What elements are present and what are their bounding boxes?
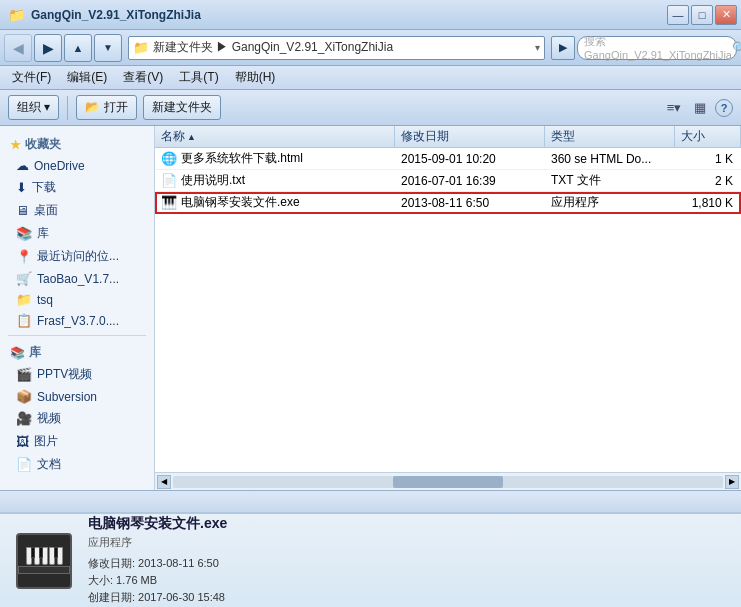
preview-modify-date: 修改日期: 2013-08-11 6:50 — [88, 556, 725, 571]
scroll-right-button[interactable]: ▶ — [725, 475, 739, 489]
col-header-name[interactable]: 名称 ▲ — [155, 126, 395, 147]
video-icon: 🎥 — [16, 411, 32, 426]
sidebar-item-desktop[interactable]: 🖥 桌面 — [0, 199, 154, 222]
toolbar: 组织 ▾ 📂 打开 新建文件夹 ≡▾ ▦ ? — [0, 90, 741, 126]
menu-tools[interactable]: 工具(T) — [171, 67, 226, 88]
col-header-date[interactable]: 修改日期 — [395, 126, 545, 147]
file-list: 名称 ▲ 修改日期 类型 大小 🌐 更多系 — [155, 126, 741, 490]
nav-bar: ◀ ▶ ▲ ▼ 📁 新建文件夹 ▶ GangQin_V2.91_XiTongZh… — [0, 30, 741, 66]
file-name-cell: 🌐 更多系统软件下载.html — [155, 148, 395, 169]
preview-panel: 电脑钢琴安装文件.exe 应用程序 修改日期: 2013-08-11 6:50 … — [0, 512, 741, 607]
sidebar-item-pptv[interactable]: 🎬 PPTV视频 — [0, 363, 154, 386]
sidebar-item-downloads[interactable]: ⬇ 下载 — [0, 176, 154, 199]
sidebar-item-subversion[interactable]: 📦 Subversion — [0, 386, 154, 407]
sidebar-item-pictures[interactable]: 🖼 图片 — [0, 430, 154, 453]
toolbar-right: ≡▾ ▦ ? — [663, 97, 733, 119]
preview-filename: 电脑钢琴安装文件.exe — [88, 515, 725, 533]
address-path: 新建文件夹 ▶ GangQin_V2.91_XiTongZhiJia — [153, 39, 533, 56]
col-header-size[interactable]: 大小 — [675, 126, 741, 147]
close-button[interactable]: ✕ — [715, 5, 737, 25]
html-file-icon: 🌐 — [161, 151, 177, 166]
menu-view[interactable]: 查看(V) — [115, 67, 171, 88]
preview-pane-button[interactable]: ▦ — [689, 97, 711, 119]
minimize-button[interactable]: — — [667, 5, 689, 25]
sidebar-divider — [8, 335, 146, 336]
maximize-button[interactable]: □ — [691, 5, 713, 25]
table-row[interactable]: 📄 使用说明.txt 2016-07-01 16:39 TXT 文件 2 K — [155, 170, 741, 192]
open-button[interactable]: 📂 打开 — [76, 95, 136, 120]
sidebar-item-tsq[interactable]: 📁 tsq — [0, 289, 154, 310]
piano-icon — [18, 547, 70, 574]
title-controls: — □ ✕ — [667, 5, 737, 25]
menu-edit[interactable]: 编辑(E) — [59, 67, 115, 88]
scroll-left-button[interactable]: ◀ — [157, 475, 171, 489]
file-list-header: 名称 ▲ 修改日期 类型 大小 — [155, 126, 741, 148]
file-size-cell: 1,810 K — [675, 194, 741, 212]
documents-icon: 📄 — [16, 457, 32, 472]
table-row[interactable]: 🌐 更多系统软件下载.html 2015-09-01 10:20 360 se … — [155, 148, 741, 170]
file-date-cell: 2015-09-01 10:20 — [395, 150, 545, 168]
sidebar-item-video[interactable]: 🎥 视频 — [0, 407, 154, 430]
file-name-cell: 📄 使用说明.txt — [155, 170, 395, 191]
view-mode-button[interactable]: ≡▾ — [663, 97, 685, 119]
libraries-icon: 📚 — [16, 226, 32, 241]
sidebar-item-frasf[interactable]: 📋 Frasf_V3.7.0.... — [0, 310, 154, 331]
preview-info: 电脑钢琴安装文件.exe 应用程序 修改日期: 2013-08-11 6:50 … — [88, 515, 725, 607]
piano-body — [18, 566, 70, 574]
sidebar-item-onedrive[interactable]: ☁ OneDrive — [0, 155, 154, 176]
back-button[interactable]: ◀ — [4, 34, 32, 62]
new-folder-button[interactable]: 新建文件夹 — [143, 95, 221, 120]
status-bar — [0, 490, 741, 512]
file-date-cell: 2016-07-01 16:39 — [395, 172, 545, 190]
recent-button[interactable]: ▼ — [94, 34, 122, 62]
file-type-cell: 应用程序 — [545, 192, 675, 213]
horizontal-scrollbar[interactable] — [173, 476, 723, 488]
title-bar-left: 📁 GangQin_V2.91_XiTongZhiJia — [8, 7, 201, 23]
file-type-cell: 360 se HTML Do... — [545, 150, 675, 168]
sidebar-item-documents[interactable]: 📄 文档 — [0, 453, 154, 476]
scrollbar-area: ◀ ▶ — [155, 472, 741, 490]
onedrive-icon: ☁ — [16, 158, 29, 173]
forward-button[interactable]: ▶ — [34, 34, 62, 62]
search-placeholder: 搜索 GangQin_V2.91_XiTongZhiJia — [584, 34, 732, 61]
up-button[interactable]: ▲ — [64, 34, 92, 62]
file-date-cell: 2013-08-11 6:50 — [395, 194, 545, 212]
sidebar-item-taobao[interactable]: 🛒 TaoBao_V1.7... — [0, 268, 154, 289]
taobao-icon: 🛒 — [16, 271, 32, 286]
address-bar[interactable]: 📁 新建文件夹 ▶ GangQin_V2.91_XiTongZhiJia ▾ — [128, 36, 545, 60]
preview-size: 大小: 1.76 MB — [88, 573, 725, 588]
help-button[interactable]: ? — [715, 99, 733, 117]
preview-type: 应用程序 — [88, 535, 725, 550]
txt-file-icon: 📄 — [161, 173, 177, 188]
menu-help[interactable]: 帮助(H) — [227, 67, 284, 88]
preview-create-date: 创建日期: 2017-06-30 15:48 — [88, 590, 725, 605]
address-folder-icon: 📁 — [133, 40, 149, 55]
library-icon: 📚 — [10, 346, 25, 360]
title-bar-text: GangQin_V2.91_XiTongZhiJia — [31, 8, 201, 22]
table-row[interactable]: 🎹 电脑钢琴安装文件.exe 2013-08-11 6:50 应用程序 1,81… — [155, 192, 741, 214]
menu-bar: 文件(F) 编辑(E) 查看(V) 工具(T) 帮助(H) — [0, 66, 741, 90]
col-header-type[interactable]: 类型 — [545, 126, 675, 147]
sidebar-item-libraries[interactable]: 📚 库 — [0, 222, 154, 245]
organize-button[interactable]: 组织 ▾ — [8, 95, 59, 120]
recent-icon: 📍 — [16, 249, 32, 264]
address-dropdown-icon[interactable]: ▾ — [535, 42, 540, 53]
file-name-cell: 🎹 电脑钢琴安装文件.exe — [155, 192, 395, 213]
piano-black-key — [39, 547, 43, 558]
favorites-section-title: ★ 收藏夹 — [0, 132, 154, 155]
search-bar[interactable]: 搜索 GangQin_V2.91_XiTongZhiJia 🔍 — [577, 36, 737, 60]
pictures-icon: 🖼 — [16, 434, 29, 449]
scrollbar-thumb[interactable] — [393, 476, 503, 488]
go-button[interactable]: ▶ — [551, 36, 575, 60]
star-icon: ★ — [10, 138, 21, 152]
piano-black-key — [54, 547, 58, 558]
frasf-icon: 📋 — [16, 313, 32, 328]
file-rows: 🌐 更多系统软件下载.html 2015-09-01 10:20 360 se … — [155, 148, 741, 472]
menu-file[interactable]: 文件(F) — [4, 67, 59, 88]
pptv-icon: 🎬 — [16, 367, 32, 382]
desktop-icon: 🖥 — [16, 203, 29, 218]
exe-file-icon: 🎹 — [161, 195, 177, 210]
sidebar-item-recent[interactable]: 📍 最近访问的位... — [0, 245, 154, 268]
search-icon: 🔍 — [732, 41, 741, 55]
libraries-section-title: 📚 库 — [0, 340, 154, 363]
